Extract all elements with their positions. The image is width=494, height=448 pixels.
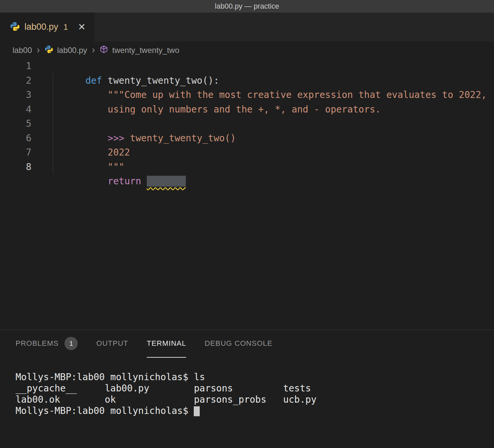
breadcrumb-folder[interactable]: lab00 xyxy=(13,46,32,55)
line-number: 1 xyxy=(0,59,31,73)
close-icon[interactable]: ✕ xyxy=(78,22,85,32)
problems-count-badge: 1 xyxy=(64,337,78,350)
tab-lab00-py[interactable]: lab00.py 1 ✕ xyxy=(0,13,94,41)
symbol-namespace-icon xyxy=(100,45,108,56)
panel-tab-label: TERMINAL xyxy=(147,339,186,348)
bottom-panel: PROBLEMS 1 OUTPUT TERMINAL DEBUG CONSOLE… xyxy=(0,330,494,448)
code-editor[interactable]: 1 def twenty_twenty_two(): 2 """Come up … xyxy=(0,59,494,330)
code-line-1[interactable]: 1 def twenty_twenty_two(): xyxy=(0,59,494,73)
editor-tab-strip: lab00.py 1 ✕ xyxy=(0,13,494,41)
terminal-prompt: Mollys-MBP:lab00 mollynicholas$ xyxy=(16,405,194,416)
line-number: 4 xyxy=(0,102,31,117)
code-line-5[interactable]: 5 >>> twenty_twenty_two() xyxy=(0,116,494,131)
tab-output[interactable]: OUTPUT xyxy=(96,330,128,358)
tab-problems[interactable]: PROBLEMS 1 xyxy=(16,330,78,358)
breadcrumb: lab00 › lab00.py › twenty_twenty_two xyxy=(0,41,494,59)
code-line-8[interactable]: 8 return xyxy=(0,160,494,174)
code-token: using only numbers and the +, *, and - o… xyxy=(85,104,381,115)
panel-tab-label: DEBUG CONSOLE xyxy=(205,339,272,348)
code-token: return xyxy=(108,176,141,187)
breadcrumb-file[interactable]: lab00.py xyxy=(57,46,87,55)
terminal-cursor xyxy=(194,406,200,416)
indent-guide xyxy=(53,73,53,174)
chevron-right-icon: › xyxy=(91,45,96,56)
tab-debug-console[interactable]: DEBUG CONSOLE xyxy=(205,330,272,358)
python-icon xyxy=(10,22,20,33)
code-token xyxy=(141,176,147,187)
line-number: 8 xyxy=(0,160,31,174)
code-token xyxy=(85,176,107,187)
line-number: 7 xyxy=(0,145,31,160)
terminal-line: lab00.ok ok parsons_probs ucb.py xyxy=(16,394,494,405)
line-number: 6 xyxy=(0,131,31,146)
line-number: 5 xyxy=(0,116,31,131)
title-bar: lab00.py — practice xyxy=(0,0,494,13)
line-number: 3 xyxy=(0,88,31,102)
terminal-line: __pycache__ lab00.py parsons tests xyxy=(16,383,494,394)
tab-label: lab00.py xyxy=(24,22,58,32)
code-token: twenty_twenty_two() xyxy=(124,133,236,144)
breadcrumb-symbol[interactable]: twenty_twenty_two xyxy=(112,46,179,55)
snippet-placeholder-selection[interactable] xyxy=(147,176,186,187)
panel-tab-label: PROBLEMS xyxy=(16,339,59,348)
chevron-right-icon: › xyxy=(36,45,41,56)
code-line-6[interactable]: 6 2022 xyxy=(0,131,494,146)
panel-tab-bar: PROBLEMS 1 OUTPUT TERMINAL DEBUG CONSOLE xyxy=(0,330,494,358)
python-icon xyxy=(45,45,53,56)
tab-problem-count: 1 xyxy=(63,22,68,32)
code-line-2[interactable]: 2 """Come up with the most creative expr… xyxy=(0,73,494,88)
panel-tab-label: OUTPUT xyxy=(96,339,128,348)
tab-terminal[interactable]: TERMINAL xyxy=(147,330,186,358)
terminal-line: Mollys-MBP:lab00 mollynicholas$ ls xyxy=(16,372,494,383)
terminal-prompt-line: Mollys-MBP:lab00 mollynicholas$ xyxy=(16,405,494,417)
terminal-output[interactable]: Mollys-MBP:lab00 mollynicholas$ ls __pyc… xyxy=(0,358,494,417)
code-line-7[interactable]: 7 """ xyxy=(0,145,494,160)
window-title: lab00.py — practice xyxy=(215,2,279,11)
line-number: 2 xyxy=(0,73,31,88)
